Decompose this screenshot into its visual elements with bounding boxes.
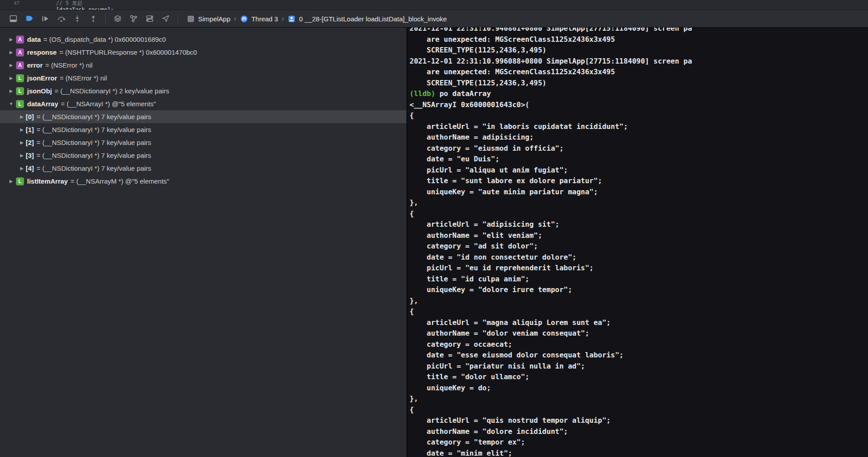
variable-row-dataarray[interactable]: ▼LdataArray= (__NSArrayI *) @"5 elements… (0, 97, 406, 110)
breakpoints-toggle-button[interactable] (21, 12, 37, 25)
console-line: articleUrl = "magna aliquip Lorem sunt e… (410, 317, 868, 329)
variable-value: = (__NSDictionaryI *) 2 key/value pairs (55, 87, 169, 95)
disclosure-triangle-icon[interactable]: ▶ (7, 88, 15, 93)
disclosure-triangle-icon[interactable]: ▶ (7, 179, 15, 184)
step-over-button[interactable] (53, 12, 69, 25)
jump-bar-frame-segment[interactable]: 0 __28-[GTListLoader loadListData]_block… (287, 15, 447, 23)
console-line: authorName = "elit veniam"; (410, 230, 868, 241)
local-badge: L (16, 74, 24, 82)
variable-name: jsonError (27, 74, 57, 82)
variable-row-listitemarray[interactable]: ▶LlistItemArray= (__NSArrayM *) @"5 elem… (0, 175, 406, 188)
simulate-location-icon (161, 14, 170, 23)
console-line: articleUrl = "in laboris cupidatat incid… (410, 121, 868, 132)
continue-icon (41, 14, 50, 23)
console-line: }, (410, 296, 868, 307)
jump-bar-thread-segment[interactable]: Thread 3 (240, 15, 278, 23)
app-icon (187, 15, 195, 23)
console-line: uniqueKey = "dolore irure tempor"; (410, 285, 868, 296)
console-line: category = occaecat; (410, 339, 868, 350)
step-into-button[interactable] (69, 12, 85, 25)
debug-content: ▶Adata= (OS_dispatch_data *) 0x600000168… (0, 28, 868, 457)
local-badge: L (16, 100, 24, 108)
variable-row-data[interactable]: ▶Adata= (OS_dispatch_data *) 0x600000168… (0, 33, 406, 46)
variable-row-1[interactable]: ▶[1]= (__NSDictionaryI *) 7 key/value pa… (0, 123, 406, 136)
variable-row-3[interactable]: ▶[3]= (__NSDictionaryI *) 7 key/value pa… (0, 149, 406, 162)
variable-row-0[interactable]: ▶[0]= (__NSDictionaryI *) 7 key/value pa… (0, 110, 406, 123)
debug-view-hierarchy-button[interactable] (110, 12, 126, 25)
editor-line: 47 // 5 发起 (0, 0, 868, 7)
source-editor-strip[interactable]: 47 // 5 发起 [dataTask resume]; (0, 0, 868, 10)
breakpoints-toggle-icon (25, 14, 34, 23)
continue-button[interactable] (37, 12, 53, 25)
step-out-button[interactable] (85, 12, 101, 25)
step-into-icon (73, 14, 82, 23)
environment-overrides-button[interactable] (142, 12, 158, 25)
disclosure-triangle-icon[interactable]: ▶ (18, 153, 26, 158)
thread-icon (240, 15, 248, 23)
code-line: [dataTask resume]; (25, 7, 114, 10)
debug-jump-bar: SimpelApp › Thread 3 › 0 __28-[ (187, 15, 447, 23)
simulate-location-button[interactable] (158, 12, 174, 25)
disclosure-triangle-icon[interactable]: ▼ (7, 101, 15, 106)
console-line: category = "ad sit dolor"; (410, 241, 868, 252)
console-line: }, (410, 197, 868, 208)
disclosure-triangle-icon[interactable]: ▶ (18, 127, 26, 132)
console-line: date = "eu Duis"; (410, 154, 868, 165)
console-line: uniqueKey = do; (410, 383, 868, 394)
variable-name: listItemArray (27, 177, 68, 185)
console-line: { (410, 405, 868, 416)
variable-name: [2] (26, 139, 34, 146)
editor-line: [dataTask resume]; (0, 7, 868, 10)
frame-label: 0 __28-[GTListLoader loadListData]_block… (299, 15, 447, 23)
disclosure-triangle-icon[interactable]: ▶ (18, 114, 26, 119)
variable-value: = (__NSArrayM *) @"5 elements" (71, 177, 169, 185)
step-out-icon (89, 14, 98, 23)
variable-row-4[interactable]: ▶[4]= (__NSDictionaryI *) 7 key/value pa… (0, 162, 406, 175)
toolbar-separator (178, 14, 178, 23)
memory-graph-icon (129, 14, 138, 23)
console-line: articleUrl = "adipisicing sit"; (410, 219, 868, 230)
disclosure-triangle-icon[interactable]: ▶ (18, 166, 26, 171)
console-line: authorName = adipisicing; (410, 132, 868, 143)
variable-row-jsonobj[interactable]: ▶LjsonObj= (__NSDictionaryI *) 2 key/val… (0, 84, 406, 97)
disclosure-triangle-icon[interactable]: ▶ (7, 76, 15, 80)
variable-value: = (__NSDictionaryI *) 7 key/value pairs (36, 126, 151, 133)
console-line: are unexpected: MGScreenClass1125x2436x3… (410, 67, 868, 78)
variable-name: error (27, 61, 43, 69)
variable-row-jsonerror[interactable]: ▶LjsonError= (NSError *) nil (0, 72, 406, 84)
variables-view[interactable]: ▶Adata= (OS_dispatch_data *) 0x600000168… (0, 28, 406, 457)
variable-row-response[interactable]: ▶Aresponse= (NSHTTPURLResponse *) 0x6000… (0, 46, 406, 59)
variable-name: data (27, 36, 41, 43)
disclosure-triangle-icon[interactable]: ▶ (7, 37, 15, 42)
console-pane[interactable]: 2021-12-01 22:31:10.940861+0800 SimpelAp… (407, 28, 868, 457)
jump-bar-app-segment[interactable]: SimpelApp (187, 15, 231, 23)
variable-row-error[interactable]: ▶Aerror= (NSError *) nil (0, 59, 406, 72)
console-line: category = "eiusmod in officia"; (410, 143, 868, 154)
variable-value: = (OS_dispatch_data *) 0x6000001689c0 (44, 36, 166, 43)
console-line: date = "esse eiusmod dolor consequat lab… (410, 350, 868, 361)
variable-name: [0] (26, 113, 34, 120)
hide-debug-area-button[interactable] (5, 12, 21, 25)
xcode-debug-area: 47 // 5 发起 [dataTask resume]; (0, 0, 868, 457)
variable-value: = (__NSDictionaryI *) 7 key/value pairs (36, 139, 151, 146)
hide-debug-area-icon (9, 14, 18, 23)
console-line: picUrl = "pariatur nisi nulla in ad"; (410, 361, 868, 372)
console-line: <__NSArrayI 0x6000001643c0>( (410, 100, 868, 111)
argument-badge: A (16, 48, 24, 56)
console-line: authorName = "dolore incididunt"; (410, 426, 868, 437)
stack-frame-icon (287, 15, 296, 23)
variable-row-2[interactable]: ▶[2]= (__NSDictionaryI *) 7 key/value pa… (0, 136, 406, 149)
console-line: date = "id non consectetur dolore"; (410, 252, 868, 263)
console-line: are unexpected: MGScreenClass1125x2436x3… (410, 34, 868, 45)
console-line: }, (410, 393, 868, 405)
console-line: 2021-12-01 22:31:10.996088+0800 SimpelAp… (410, 56, 868, 67)
console-line: title = "dolor ullamco"; (410, 372, 868, 383)
console-line: picUrl = "aliqua ut anim fugiat"; (410, 165, 868, 176)
line-number (0, 7, 25, 10)
debug-memory-graph-button[interactable] (126, 12, 142, 25)
variable-name: [3] (26, 152, 34, 159)
app-label: SimpelApp (198, 15, 231, 23)
disclosure-triangle-icon[interactable]: ▶ (18, 140, 26, 145)
disclosure-triangle-icon[interactable]: ▶ (7, 50, 15, 55)
disclosure-triangle-icon[interactable]: ▶ (7, 63, 15, 68)
